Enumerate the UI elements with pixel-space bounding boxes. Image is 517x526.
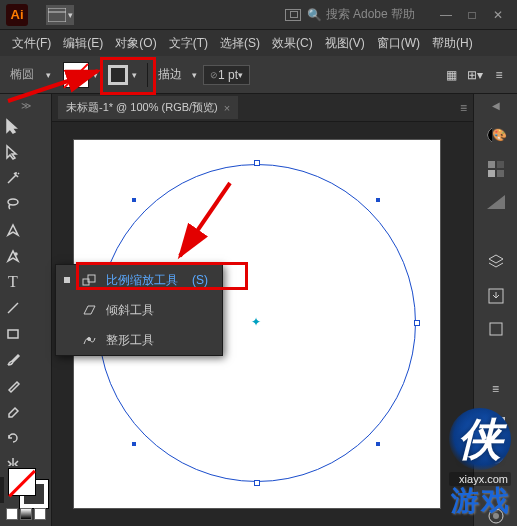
svg-rect-0 [48, 8, 66, 22]
help-search[interactable]: 🔍 搜索 Adobe 帮助 [307, 6, 415, 23]
fill-color-swatch[interactable] [8, 468, 36, 496]
svg-rect-29 [488, 161, 495, 168]
direct-selection-tool[interactable] [0, 139, 26, 165]
svg-rect-5 [8, 330, 18, 338]
menu-object[interactable]: 对象(O) [111, 33, 160, 54]
align-panel-icon[interactable]: ▦ [443, 67, 459, 83]
rotate-tool[interactable] [0, 425, 26, 451]
caret-down-icon[interactable]: ▾ [93, 70, 98, 80]
window-maximize[interactable]: □ [459, 5, 485, 25]
anchor-point[interactable] [376, 198, 380, 202]
control-bar: 椭圆 ▾ ▾ ▾ 描边 ▾ ⊘ 1 pt ▾ ▦ ⊞▾ ≡ [0, 56, 517, 94]
selection-tool[interactable] [0, 113, 26, 139]
menubar: 文件(F) 编辑(E) 对象(O) 文字(T) 选择(S) 效果(C) 视图(V… [0, 30, 517, 56]
shear-tool-icon [80, 301, 98, 319]
svg-point-41 [88, 338, 91, 341]
lasso-tool[interactable] [0, 191, 26, 217]
svg-rect-35 [487, 417, 505, 429]
anchor-point[interactable] [132, 198, 136, 202]
caret-down-icon: ▾ [68, 10, 73, 20]
type-tool[interactable]: T [0, 269, 26, 295]
svg-rect-32 [497, 170, 504, 177]
tab-overflow-icon[interactable]: ≡ [460, 101, 467, 115]
pen-tool[interactable] [0, 217, 26, 243]
svg-rect-31 [488, 170, 495, 177]
fill-swatch[interactable] [63, 62, 89, 88]
line-tool[interactable] [0, 295, 26, 321]
none-mode-icon[interactable] [34, 508, 46, 520]
flyout-shear-tool[interactable]: 倾斜工具 [56, 295, 222, 325]
right-panel-strip: ◀ 🎨 ≡ [473, 94, 517, 526]
menu-file[interactable]: 文件(F) [8, 33, 55, 54]
fill-stroke-swatches [4, 466, 50, 522]
search-placeholder: 搜索 Adobe 帮助 [326, 6, 415, 23]
panel-menu-icon[interactable]: ≡ [491, 67, 507, 83]
svg-line-4 [8, 303, 18, 313]
transparency-panel-icon[interactable] [485, 447, 507, 467]
flyout-label: 比例缩放工具 [106, 272, 178, 289]
menu-view[interactable]: 视图(V) [321, 33, 369, 54]
flyout-label: 整形工具 [106, 332, 154, 349]
selection-handle-n[interactable] [254, 160, 260, 166]
flyout-label: 倾斜工具 [106, 302, 154, 319]
menu-edit[interactable]: 编辑(E) [59, 33, 107, 54]
svg-rect-34 [490, 323, 502, 335]
scale-tool-flyout: 比例缩放工具 (S) 倾斜工具 整形工具 [55, 264, 223, 356]
paintbrush-tool[interactable] [0, 347, 26, 373]
search-icon: 🔍 [307, 8, 322, 22]
active-indicator-icon [64, 277, 70, 283]
document-tab[interactable]: 未标题-1* @ 100% (RGB/预览) × [58, 96, 238, 119]
caret-down-icon[interactable]: ▾ [192, 70, 197, 80]
color-mode-icon[interactable] [6, 508, 18, 520]
artboards-panel-icon[interactable] [485, 320, 507, 340]
appearance-panel-icon[interactable] [485, 507, 507, 526]
stroke-label: 描边 [158, 66, 182, 83]
reshape-tool-icon [80, 331, 98, 349]
eraser-tool[interactable] [0, 399, 26, 425]
tab-close-button[interactable]: × [224, 102, 230, 114]
menu-help[interactable]: 帮助(H) [428, 33, 477, 54]
tool-panel: T [0, 94, 52, 526]
window-minimize[interactable]: — [433, 5, 459, 25]
color-guide-panel-icon[interactable] [485, 193, 507, 213]
titlebar: Ai ▾ 🔍 搜索 Adobe 帮助 — □ ✕ [0, 0, 517, 30]
arrange-documents-button[interactable]: ▾ [46, 5, 74, 25]
gradient-mode-icon[interactable] [20, 508, 32, 520]
active-tool-label: 椭圆 [10, 66, 34, 83]
menu-type[interactable]: 文字(T) [165, 33, 212, 54]
layers-panel-icon[interactable] [485, 252, 507, 272]
caret-down-icon[interactable]: ▾ [132, 70, 137, 80]
window-close[interactable]: ✕ [485, 5, 511, 25]
anchor-point[interactable] [132, 442, 136, 446]
swatches-panel-icon[interactable] [485, 159, 507, 179]
anchor-point[interactable] [376, 442, 380, 446]
svg-point-38 [493, 513, 499, 519]
rectangle-tool[interactable] [0, 321, 26, 347]
app-logo: Ai [6, 4, 28, 26]
flyout-scale-tool[interactable]: 比例缩放工具 (S) [56, 265, 222, 295]
selection-handle-s[interactable] [254, 480, 260, 486]
caret-down-icon[interactable]: ▾ [46, 70, 51, 80]
stroke-swatch[interactable] [108, 65, 128, 85]
color-panel-icon[interactable]: 🎨 [485, 125, 507, 145]
gradient-panel-icon[interactable] [485, 413, 507, 433]
menu-select[interactable]: 选择(S) [216, 33, 264, 54]
shaper-tool[interactable] [0, 373, 26, 399]
flyout-shortcut: (S) [192, 273, 208, 287]
stroke-panel-icon[interactable]: ≡ [485, 380, 507, 400]
menu-effect[interactable]: 效果(C) [268, 33, 317, 54]
curvature-tool[interactable] [0, 243, 26, 269]
document-tabs: 未标题-1* @ 100% (RGB/预览) × ≡ [52, 94, 473, 122]
document-setup-icon[interactable] [285, 9, 301, 21]
selection-handle-e[interactable] [414, 320, 420, 326]
magic-wand-tool[interactable] [0, 165, 26, 191]
svg-point-3 [15, 253, 17, 255]
asset-export-panel-icon[interactable] [485, 286, 507, 306]
menu-window[interactable]: 窗口(W) [373, 33, 424, 54]
expand-panels-icon[interactable]: ◀ [492, 100, 500, 111]
flyout-reshape-tool[interactable]: 整形工具 [56, 325, 222, 355]
scale-tool-icon [80, 271, 98, 289]
transform-panel-icon[interactable]: ⊞▾ [467, 67, 483, 83]
stroke-weight-input[interactable]: ⊘ 1 pt ▾ [203, 65, 250, 85]
svg-rect-30 [497, 161, 504, 168]
